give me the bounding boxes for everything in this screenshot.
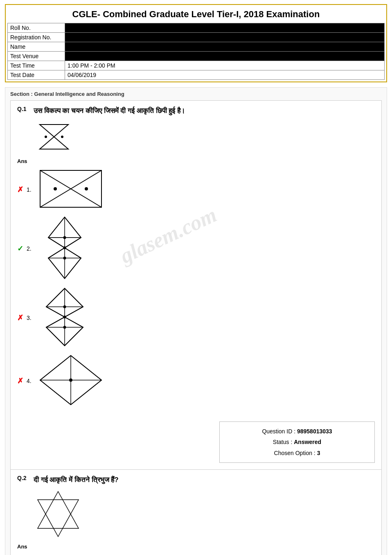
svg-line-19 xyxy=(65,248,81,258)
svg-point-50 xyxy=(69,378,72,382)
table-row: Test Time 1:00 PM - 2:00 PM xyxy=(8,61,385,70)
option-3-num: 3. xyxy=(27,315,35,321)
check-icon-2: ✓ xyxy=(17,244,23,253)
ans-label-1: Ans xyxy=(17,158,375,164)
svg-line-46 xyxy=(40,356,71,380)
field-value-testtime: 1:00 PM - 2:00 PM xyxy=(65,61,385,70)
chosen-label: Chosen Option : xyxy=(274,450,315,456)
svg-line-15 xyxy=(65,217,81,238)
svg-point-40 xyxy=(63,305,66,308)
svg-point-2 xyxy=(61,136,63,138)
question-1-number: Q.1 xyxy=(17,106,30,112)
option-4-num: 4. xyxy=(27,378,35,384)
svg-point-1 xyxy=(45,136,47,138)
field-value-redacted xyxy=(65,33,385,42)
cross-icon-1: ✗ xyxy=(17,185,23,194)
info-table: Roll No. Registration No. Name Test Venu… xyxy=(7,23,385,80)
svg-marker-52 xyxy=(38,500,79,537)
ans-label-2: Ans xyxy=(17,544,375,550)
option-1-svg xyxy=(38,168,104,209)
section-label: Section : General Intelligence and Reaso… xyxy=(10,91,382,97)
option-2-num: 2. xyxy=(27,245,35,252)
table-row: Registration No. xyxy=(8,33,385,42)
question-info-container: Question ID : 98958013033 Status : Answe… xyxy=(17,415,375,463)
option-1-num: 1. xyxy=(27,186,35,193)
question-2-number: Q.2 xyxy=(17,475,30,481)
svg-point-6 xyxy=(54,187,57,190)
header-box: CGLE- Combined Graduate Level Tier-I, 20… xyxy=(5,4,387,82)
question-1-header: Q.1 उस विकल्प का चयन कीजिए जिसमें दी गई … xyxy=(17,106,375,116)
question-id-label: Question ID : xyxy=(262,428,295,435)
field-value-testdate: 04/06/2019 xyxy=(65,70,385,80)
field-label: Registration No. xyxy=(8,33,65,42)
section-prefix: Section : xyxy=(10,91,33,97)
svg-line-20 xyxy=(48,258,65,279)
question-info-box: Question ID : 98958013033 Status : Answe… xyxy=(219,421,375,463)
question-id-value: 98958013033 xyxy=(297,428,332,435)
svg-point-24 xyxy=(63,256,66,259)
svg-line-47 xyxy=(71,356,101,380)
svg-point-23 xyxy=(63,246,66,249)
table-row: Test Date 04/06/2019 xyxy=(8,70,385,80)
option-3-item: ✗ 3. xyxy=(17,286,375,349)
svg-point-41 xyxy=(63,315,66,318)
question-1: Q.1 उस विकल्प का चयन कीजिए जिसमें दी गई … xyxy=(10,100,382,470)
svg-line-31 xyxy=(65,288,83,307)
chosen-value: 3 xyxy=(317,450,320,456)
svg-line-17 xyxy=(65,238,81,248)
status-value: Answered xyxy=(294,439,321,445)
svg-point-42 xyxy=(63,326,66,328)
exam-title: CGLE- Combined Graduate Level Tier-I, 20… xyxy=(7,7,385,23)
svg-line-37 xyxy=(65,327,83,346)
option-4-svg xyxy=(38,353,104,407)
question-id-line: Question ID : 98958013033 xyxy=(228,426,366,437)
question-2-block: Q.2 दी गई आकृति में कितने त्रिभुज हैं? A… xyxy=(10,470,382,555)
question-2-svg xyxy=(34,489,83,539)
svg-line-36 xyxy=(46,327,65,346)
section-name: General Intelligence and Reasoning xyxy=(34,91,124,97)
svg-line-30 xyxy=(46,288,65,307)
table-row: Test Venue xyxy=(8,52,385,61)
field-value-redacted xyxy=(65,52,385,61)
question-1-figure xyxy=(34,120,375,155)
field-label: Test Time xyxy=(8,61,65,70)
svg-line-48 xyxy=(40,380,71,405)
chosen-line: Chosen Option : 3 xyxy=(228,448,366,459)
option-1-item: ✗ 1. xyxy=(17,168,375,211)
field-label: Test Venue xyxy=(8,52,65,61)
field-value-redacted xyxy=(65,42,385,52)
svg-point-22 xyxy=(63,236,66,239)
option-4-figure xyxy=(38,353,104,408)
table-row: Roll No. xyxy=(8,23,385,33)
field-value-redacted xyxy=(65,23,385,33)
option-3-svg xyxy=(38,286,91,348)
cross-icon-3: ✗ xyxy=(17,313,23,322)
svg-line-21 xyxy=(65,258,81,279)
option-2-svg xyxy=(38,215,91,281)
question-2-figure xyxy=(34,489,375,540)
section-block: Section : General Intelligence and Reaso… xyxy=(5,87,387,555)
field-label: Roll No. xyxy=(8,23,65,33)
question-1-block: glasem.com Q.1 उस विकल्प का चयन कीजिए जि… xyxy=(10,100,382,470)
svg-point-7 xyxy=(85,187,88,190)
table-row: Name xyxy=(8,42,385,52)
option-4-item: ✗ 4. xyxy=(17,353,375,408)
cross-icon-4: ✗ xyxy=(17,376,23,385)
question-1-text: उस विकल्प का चयन कीजिए जिसमें दी गई आकृत… xyxy=(34,106,185,116)
question-2-text: दी गई आकृति में कितने त्रिभुज हैं? xyxy=(34,475,119,485)
svg-line-18 xyxy=(48,248,65,258)
svg-line-14 xyxy=(48,217,65,238)
status-label: Status : xyxy=(273,439,292,445)
question-2-header: Q.2 दी गई आकृति में कितने त्रिभुज हैं? xyxy=(17,475,375,485)
option-3-figure xyxy=(38,286,91,349)
svg-line-49 xyxy=(71,380,101,405)
option-2-item: ✓ 2. xyxy=(17,215,375,282)
given-figure-svg xyxy=(34,120,74,153)
svg-marker-51 xyxy=(38,492,79,528)
option-1-figure xyxy=(38,168,104,211)
svg-line-16 xyxy=(48,238,65,248)
option-2-figure xyxy=(38,215,91,282)
status-line: Status : Answered xyxy=(228,437,366,448)
field-label: Name xyxy=(8,42,65,52)
field-label: Test Date xyxy=(8,70,65,80)
